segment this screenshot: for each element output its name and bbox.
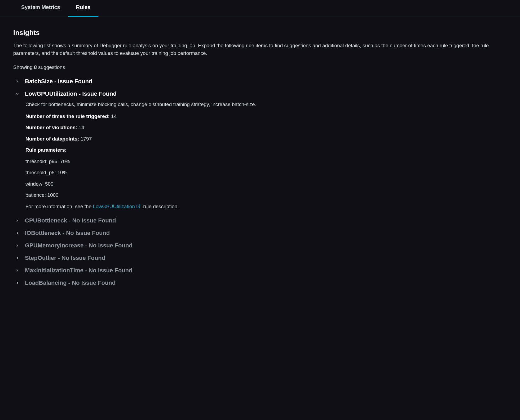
insights-description: The following list shows a summary of De… [13,42,507,57]
rule-toggle[interactable]: GPUMemoryIncrease - No Issue Found [13,241,507,250]
rule-suggestion: Check for bottlenecks, minimize blocking… [25,101,507,108]
content-area: Insights The following list shows a summ… [0,28,520,304]
rule-toggle[interactable]: MaxInitializationTime - No Issue Found [13,266,507,275]
rule-item: LowGPUUtilization - Issue FoundCheck for… [13,89,507,211]
rule-item: IOBottleneck - No Issue Found [13,229,507,237]
chevron-right-icon [13,254,21,262]
rule-item: GPUMemoryIncrease - No Issue Found [13,241,507,250]
rule-toggle[interactable]: LoadBalancing - No Issue Found [13,278,507,287]
rule-title: LowGPUUtilization - Issue Found [25,89,117,98]
rule-triggered-count: Number of times the rule triggered: 14 [25,113,507,120]
rule-title: BatchSize - Issue Found [25,77,92,86]
rule-title: StepOutlier - No Issue Found [25,253,105,262]
more-info-suffix: rule description. [142,204,179,209]
rule-violations-count: Number of violations: 14 [25,124,507,132]
tabs-bar: System Metrics Rules [0,0,520,17]
rule-parameters-header: Rule parameters: [25,146,507,154]
tab-system-metrics[interactable]: System Metrics [13,0,68,17]
chevron-right-icon [13,279,21,287]
rule-parameter: window: 500 [25,180,507,188]
rule-title: CPUBottleneck - No Issue Found [25,216,116,225]
rule-detail: Check for bottlenecks, minimize blocking… [13,98,507,211]
rule-datapoints-count: Number of datapoints: 1797 [25,135,507,143]
rule-item: BatchSize - Issue Found [13,77,507,86]
rule-toggle[interactable]: CPUBottleneck - No Issue Found [13,216,507,225]
showing-count: 8 [34,64,37,70]
rule-doc-link[interactable]: LowGPUUtilization [93,204,135,209]
rule-toggle[interactable]: IOBottleneck - No Issue Found [13,229,507,237]
rule-title: IOBottleneck - No Issue Found [25,229,110,237]
rule-toggle[interactable]: LowGPUUtilization - Issue Found [13,89,507,98]
rule-item: MaxInitializationTime - No Issue Found [13,266,507,275]
svg-line-0 [138,205,140,207]
chevron-right-icon [13,266,21,274]
chevron-right-icon [13,229,21,237]
chevron-right-icon [13,77,21,85]
rule-item: StepOutlier - No Issue Found [13,253,507,262]
chevron-down-icon [13,90,21,98]
rule-more-info: For more information, see the LowGPUUtil… [25,203,507,211]
showing-suffix: suggestions [37,64,65,70]
rule-toggle[interactable]: StepOutlier - No Issue Found [13,253,507,262]
tab-rules[interactable]: Rules [68,0,98,17]
rule-title: MaxInitializationTime - No Issue Found [25,266,132,275]
rule-datapoints-count-label: Number of datapoints: [25,136,79,142]
rule-item: LoadBalancing - No Issue Found [13,278,507,287]
external-link-icon [136,203,141,211]
rule-parameter: threshold_p5: 10% [25,169,507,177]
chevron-right-icon [13,217,21,225]
showing-prefix: Showing [13,64,34,70]
rule-parameter: threshold_p95: 70% [25,158,507,165]
rule-parameter: patience: 1000 [25,191,507,199]
rule-toggle[interactable]: BatchSize - Issue Found [13,77,507,86]
rule-title: GPUMemoryIncrease - No Issue Found [25,241,133,250]
more-info-prefix: For more information, see the [25,204,93,209]
rule-title: LoadBalancing - No Issue Found [25,278,116,287]
chevron-right-icon [13,242,21,250]
rule-list: BatchSize - Issue FoundLowGPUUtilization… [13,77,507,287]
insights-title: Insights [13,28,507,38]
showing-count-text: Showing 8 suggestions [13,64,507,71]
rule-triggered-count-label: Number of times the rule triggered: [25,113,110,119]
rule-violations-count-label: Number of violations: [25,125,77,130]
rule-item: CPUBottleneck - No Issue Found [13,216,507,225]
